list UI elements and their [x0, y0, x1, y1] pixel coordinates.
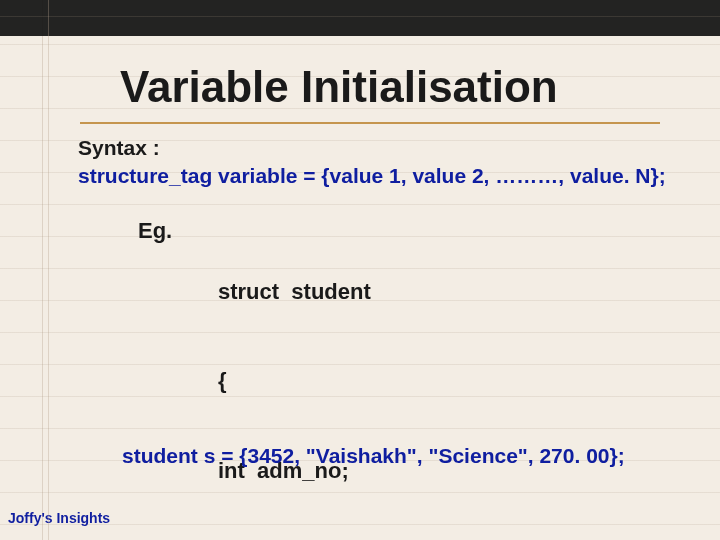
page-title: Variable Initialisation — [120, 62, 558, 112]
title-underline — [80, 122, 660, 124]
syntax-label: Syntax : — [78, 134, 666, 162]
syntax-line: structure_tag variable = {value 1, value… — [78, 162, 666, 190]
initialisation-line: student s = {3452, "Vaishakh", "Science"… — [122, 444, 625, 468]
example-label: Eg. — [138, 218, 172, 244]
top-strip — [0, 0, 720, 36]
syntax-block: Syntax : structure_tag variable = {value… — [78, 134, 666, 191]
code-block: struct student { int adm_no; char name[2… — [218, 218, 385, 540]
slide: Variable Initialisation Syntax : structu… — [0, 0, 720, 540]
code-line: struct student — [218, 277, 385, 307]
footer-text: Joffy's Insights — [8, 510, 110, 526]
code-line: { — [218, 366, 385, 396]
